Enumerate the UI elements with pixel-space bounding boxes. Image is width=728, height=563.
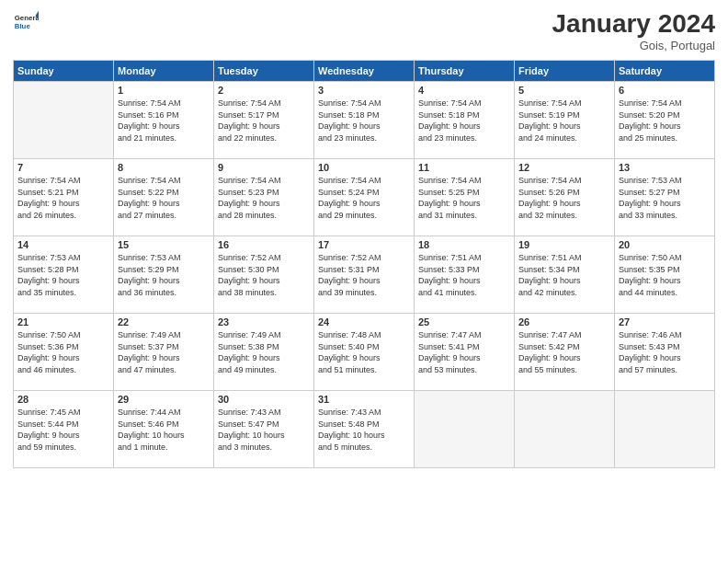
day-number: 10 — [318, 162, 410, 173]
day-info: Sunrise: 7:53 AMSunset: 5:28 PMDaylight:… — [17, 252, 109, 298]
week-row-4: 21Sunrise: 7:50 AMSunset: 5:36 PMDayligh… — [14, 314, 715, 391]
day-number: 27 — [619, 316, 711, 327]
calendar-cell: 9Sunrise: 7:54 AMSunset: 5:23 PMDaylight… — [214, 159, 314, 236]
day-info: Sunrise: 7:54 AMSunset: 5:19 PMDaylight:… — [518, 98, 610, 144]
day-info: Sunrise: 7:45 AMSunset: 5:44 PMDaylight:… — [17, 407, 109, 453]
day-info: Sunrise: 7:50 AMSunset: 5:35 PMDaylight:… — [619, 252, 711, 298]
calendar-cell: 31Sunrise: 7:43 AMSunset: 5:48 PMDayligh… — [314, 391, 415, 468]
calendar-cell: 27Sunrise: 7:46 AMSunset: 5:43 PMDayligh… — [615, 314, 715, 391]
day-info: Sunrise: 7:47 AMSunset: 5:41 PMDaylight:… — [418, 329, 510, 375]
location: Gois, Portugal — [552, 39, 715, 52]
calendar-cell: 12Sunrise: 7:54 AMSunset: 5:26 PMDayligh… — [515, 159, 615, 236]
week-row-3: 14Sunrise: 7:53 AMSunset: 5:28 PMDayligh… — [14, 236, 715, 314]
calendar-cell: 5Sunrise: 7:54 AMSunset: 5:19 PMDaylight… — [515, 82, 615, 159]
calendar: Sunday Monday Tuesday Wednesday Thursday… — [13, 60, 715, 468]
calendar-cell: 2Sunrise: 7:54 AMSunset: 5:17 PMDaylight… — [214, 82, 314, 159]
week-row-2: 7Sunrise: 7:54 AMSunset: 5:21 PMDaylight… — [14, 159, 715, 236]
day-number: 28 — [17, 394, 109, 405]
day-info: Sunrise: 7:52 AMSunset: 5:30 PMDaylight:… — [218, 252, 310, 298]
day-info: Sunrise: 7:54 AMSunset: 5:21 PMDaylight:… — [17, 175, 109, 221]
header-thursday: Thursday — [415, 61, 515, 82]
calendar-cell: 4Sunrise: 7:54 AMSunset: 5:18 PMDaylight… — [415, 82, 515, 159]
header-wednesday: Wednesday — [314, 61, 415, 82]
day-info: Sunrise: 7:47 AMSunset: 5:42 PMDaylight:… — [518, 329, 610, 375]
day-info: Sunrise: 7:52 AMSunset: 5:31 PMDaylight:… — [318, 252, 410, 298]
day-number: 16 — [218, 239, 310, 250]
calendar-cell: 1Sunrise: 7:54 AMSunset: 5:16 PMDaylight… — [114, 82, 214, 159]
day-number: 13 — [619, 162, 711, 173]
calendar-cell: 19Sunrise: 7:51 AMSunset: 5:34 PMDayligh… — [515, 236, 615, 314]
svg-text:Blue: Blue — [15, 22, 31, 30]
day-number: 5 — [518, 85, 610, 96]
day-info: Sunrise: 7:54 AMSunset: 5:18 PMDaylight:… — [418, 98, 510, 144]
day-number: 9 — [218, 162, 310, 173]
day-info: Sunrise: 7:54 AMSunset: 5:17 PMDaylight:… — [218, 98, 310, 144]
logo-icon: General Blue — [13, 9, 39, 35]
day-info: Sunrise: 7:43 AMSunset: 5:47 PMDaylight:… — [218, 407, 310, 453]
calendar-cell: 20Sunrise: 7:50 AMSunset: 5:35 PMDayligh… — [615, 236, 715, 314]
day-number: 7 — [17, 162, 109, 173]
day-number: 29 — [118, 394, 210, 405]
day-number: 20 — [619, 239, 711, 250]
day-info: Sunrise: 7:50 AMSunset: 5:36 PMDaylight:… — [17, 329, 109, 375]
day-number: 26 — [518, 316, 610, 327]
title-block: January 2024 Gois, Portugal — [552, 9, 715, 52]
day-number: 31 — [318, 394, 410, 405]
day-info: Sunrise: 7:54 AMSunset: 5:18 PMDaylight:… — [318, 98, 410, 144]
header-saturday: Saturday — [615, 61, 715, 82]
day-info: Sunrise: 7:51 AMSunset: 5:34 PMDaylight:… — [518, 252, 610, 298]
day-number: 4 — [418, 85, 510, 96]
day-number: 1 — [118, 85, 210, 96]
day-info: Sunrise: 7:54 AMSunset: 5:16 PMDaylight:… — [118, 98, 210, 144]
week-row-1: 1Sunrise: 7:54 AMSunset: 5:16 PMDaylight… — [14, 82, 715, 159]
day-info: Sunrise: 7:51 AMSunset: 5:33 PMDaylight:… — [418, 252, 510, 298]
header: General Blue January 2024 Gois, Portugal — [13, 9, 715, 52]
day-info: Sunrise: 7:53 AMSunset: 5:27 PMDaylight:… — [619, 175, 711, 221]
day-number: 6 — [619, 85, 711, 96]
day-info: Sunrise: 7:46 AMSunset: 5:43 PMDaylight:… — [619, 329, 711, 375]
month-year: January 2024 — [552, 9, 715, 39]
day-info: Sunrise: 7:48 AMSunset: 5:40 PMDaylight:… — [318, 329, 410, 375]
day-info: Sunrise: 7:49 AMSunset: 5:37 PMDaylight:… — [118, 329, 210, 375]
calendar-cell: 13Sunrise: 7:53 AMSunset: 5:27 PMDayligh… — [615, 159, 715, 236]
calendar-cell: 26Sunrise: 7:47 AMSunset: 5:42 PMDayligh… — [515, 314, 615, 391]
calendar-cell: 23Sunrise: 7:49 AMSunset: 5:38 PMDayligh… — [214, 314, 314, 391]
day-info: Sunrise: 7:54 AMSunset: 5:25 PMDaylight:… — [418, 175, 510, 221]
day-number: 14 — [17, 239, 109, 250]
day-info: Sunrise: 7:54 AMSunset: 5:23 PMDaylight:… — [218, 175, 310, 221]
day-number: 12 — [518, 162, 610, 173]
header-friday: Friday — [515, 61, 615, 82]
day-info: Sunrise: 7:49 AMSunset: 5:38 PMDaylight:… — [218, 329, 310, 375]
day-number: 30 — [218, 394, 310, 405]
day-info: Sunrise: 7:43 AMSunset: 5:48 PMDaylight:… — [318, 407, 410, 453]
day-number: 19 — [518, 239, 610, 250]
calendar-cell: 6Sunrise: 7:54 AMSunset: 5:20 PMDaylight… — [615, 82, 715, 159]
svg-text:General: General — [15, 14, 39, 22]
calendar-cell — [415, 391, 515, 468]
calendar-cell: 7Sunrise: 7:54 AMSunset: 5:21 PMDaylight… — [14, 159, 114, 236]
day-number: 24 — [318, 316, 410, 327]
calendar-cell: 3Sunrise: 7:54 AMSunset: 5:18 PMDaylight… — [314, 82, 415, 159]
day-info: Sunrise: 7:54 AMSunset: 5:22 PMDaylight:… — [118, 175, 210, 221]
day-number: 15 — [118, 239, 210, 250]
calendar-cell — [515, 391, 615, 468]
header-sunday: Sunday — [14, 61, 114, 82]
calendar-cell: 28Sunrise: 7:45 AMSunset: 5:44 PMDayligh… — [14, 391, 114, 468]
header-monday: Monday — [114, 61, 214, 82]
day-number: 21 — [17, 316, 109, 327]
calendar-cell: 29Sunrise: 7:44 AMSunset: 5:46 PMDayligh… — [114, 391, 214, 468]
calendar-cell: 22Sunrise: 7:49 AMSunset: 5:37 PMDayligh… — [114, 314, 214, 391]
day-info: Sunrise: 7:53 AMSunset: 5:29 PMDaylight:… — [118, 252, 210, 298]
calendar-cell: 11Sunrise: 7:54 AMSunset: 5:25 PMDayligh… — [415, 159, 515, 236]
day-number: 8 — [118, 162, 210, 173]
header-tuesday: Tuesday — [214, 61, 314, 82]
calendar-cell: 21Sunrise: 7:50 AMSunset: 5:36 PMDayligh… — [14, 314, 114, 391]
page: General Blue January 2024 Gois, Portugal… — [0, 0, 728, 563]
day-number: 25 — [418, 316, 510, 327]
calendar-cell: 8Sunrise: 7:54 AMSunset: 5:22 PMDaylight… — [114, 159, 214, 236]
calendar-cell: 10Sunrise: 7:54 AMSunset: 5:24 PMDayligh… — [314, 159, 415, 236]
day-info: Sunrise: 7:44 AMSunset: 5:46 PMDaylight:… — [118, 407, 210, 453]
calendar-cell: 16Sunrise: 7:52 AMSunset: 5:30 PMDayligh… — [214, 236, 314, 314]
calendar-cell: 14Sunrise: 7:53 AMSunset: 5:28 PMDayligh… — [14, 236, 114, 314]
day-info: Sunrise: 7:54 AMSunset: 5:24 PMDaylight:… — [318, 175, 410, 221]
